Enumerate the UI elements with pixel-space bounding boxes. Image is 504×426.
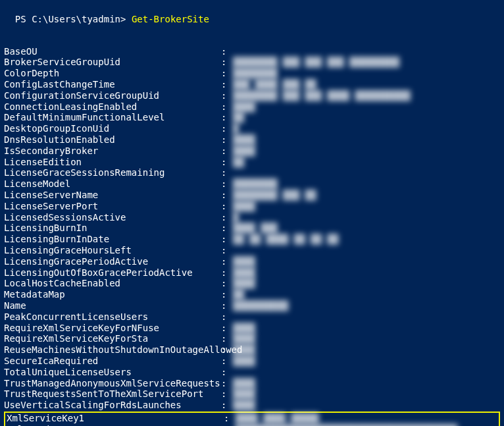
- property-colon: :: [221, 344, 233, 356]
- property-colon: :: [221, 378, 233, 389]
- property-colon: :: [221, 90, 233, 101]
- property-value: ████: [233, 323, 500, 334]
- property-colon: :: [221, 57, 233, 68]
- property-name: ConfigLastChangeTime: [4, 79, 221, 90]
- properties-list: BaseOU: BrokerServiceGroupUid: ████████ …: [4, 46, 500, 411]
- property-name: IsSecondaryBroker: [4, 146, 221, 157]
- property-name: LicenseServerPort: [4, 201, 221, 212]
- property-colon: :: [221, 134, 233, 146]
- property-colon: :: [221, 46, 233, 57]
- property-row: ConfigLastChangeTime: ███ ████ ███ ██: [4, 79, 500, 90]
- property-colon: :: [221, 323, 233, 334]
- property-name: MetadataMap: [4, 289, 221, 300]
- property-colon: :: [221, 79, 233, 90]
- property-colon: :: [221, 112, 233, 123]
- property-value: ████ ███: [233, 223, 500, 234]
- property-value: ████████: [233, 68, 500, 79]
- property-value: ███ ████ ███ ██: [233, 79, 500, 90]
- property-name: DnsResolutionEnabled: [4, 134, 221, 146]
- property-name: LicensingOutOfBoxGracePeriodActive: [4, 267, 221, 279]
- property-colon: :: [221, 146, 233, 157]
- property-colon: :: [221, 400, 233, 411]
- property-name: ConfigurationServiceGroupUid: [4, 90, 221, 101]
- property-value: ████: [233, 378, 500, 389]
- property-row: Name: ██████████: [4, 300, 500, 311]
- property-colon: :: [221, 333, 233, 344]
- property-colon: :: [221, 245, 233, 256]
- property-row: TrustRequestsSentToTheXmlServicePort: ██…: [4, 388, 500, 400]
- property-name: XmlServiceKey1: [7, 413, 224, 424]
- property-colon: :: [221, 300, 233, 311]
- property-colon: :: [221, 212, 233, 223]
- property-colon: :: [221, 190, 233, 201]
- prompt-line[interactable]: PS C:\Users\tyadmin> Get-BrokerSite: [4, 3, 500, 25]
- property-name: Name: [4, 300, 221, 311]
- property-name: TrustManagedAnonymousXmlServiceRequests: [4, 378, 221, 389]
- property-colon: :: [221, 68, 233, 79]
- property-row: DesktopGroupIconUid: █: [4, 123, 500, 134]
- prompt-command: Get-BrokerSite: [132, 14, 209, 24]
- property-name: LicenseServerName: [4, 190, 221, 201]
- prompt-arrow: >: [120, 14, 132, 24]
- property-name: ReuseMachinesWithoutShutdownInOutageAllo…: [4, 344, 221, 356]
- property-name: RequireXmlServiceKeyForNFuse: [4, 323, 221, 334]
- property-row: DefaultMinimumFunctionalLevel: ██: [4, 112, 500, 123]
- property-row: LicensingGraceHoursLeft:: [4, 245, 500, 256]
- property-row: LicenseModel: ████████: [4, 178, 500, 190]
- property-value: ████: [233, 356, 500, 367]
- property-colon: :: [221, 388, 233, 400]
- property-value: ████: [233, 256, 500, 267]
- property-row: PeakConcurrentLicenseUsers:: [4, 311, 500, 323]
- property-name: LocalHostCacheEnabled: [4, 278, 221, 289]
- prompt-path: C:\Users\tyadmin: [32, 14, 120, 24]
- property-row: BaseOU:: [4, 46, 500, 57]
- property-colon: :: [221, 157, 233, 168]
- property-name: LicenseModel: [4, 178, 221, 190]
- property-name: ConnectionLeasingEnabled: [4, 101, 221, 113]
- property-value: [233, 311, 500, 323]
- property-colon: :: [221, 223, 233, 234]
- property-name: TotalUniqueLicenseUsers: [4, 367, 221, 378]
- property-row: ConnectionLeasingEnabled: ████: [4, 101, 500, 113]
- property-row: TotalUniqueLicenseUsers:: [4, 367, 500, 378]
- property-colon: :: [221, 123, 233, 134]
- property-value: [233, 46, 500, 57]
- property-name: LicenseEdition: [4, 157, 221, 168]
- property-colon: :: [221, 367, 233, 378]
- property-value: ██: [233, 112, 500, 123]
- property-colon: :: [221, 101, 233, 113]
- property-colon: :: [221, 201, 233, 212]
- property-value: ██: [233, 289, 500, 300]
- property-value: [233, 367, 500, 378]
- property-value: ████: [233, 201, 500, 212]
- property-value: ████: [233, 400, 500, 411]
- property-row: ReuseMachinesWithoutShutdownInOutageAllo…: [4, 344, 500, 356]
- property-colon: :: [221, 289, 233, 300]
- property-colon: :: [221, 278, 233, 289]
- property-colon: :: [221, 256, 233, 267]
- property-name: BrokerServiceGroupUid: [4, 57, 221, 68]
- property-name: TrustRequestsSentToTheXmlServicePort: [4, 388, 221, 400]
- property-row: DnsResolutionEnabled: ████: [4, 134, 500, 146]
- property-name: LicensingGraceHoursLeft: [4, 245, 221, 256]
- property-row: ConfigurationServiceGroupUid: ████████ █…: [4, 90, 500, 101]
- property-colon: :: [221, 167, 233, 178]
- property-row: LicenseGraceSessionsRemaining:: [4, 167, 500, 178]
- property-name: LicensingGracePeriodActive: [4, 256, 221, 267]
- prompt-prefix: PS: [15, 14, 32, 24]
- property-row: LicensingGracePeriodActive: ████: [4, 256, 500, 267]
- property-value: ██: [233, 157, 500, 168]
- property-row: LicensedSessionsActive: █: [4, 212, 500, 223]
- property-name: DesktopGroupIconUid: [4, 123, 221, 134]
- property-value: ████ ████ █████: [236, 413, 499, 424]
- property-name: UseVerticalScalingForRdsLaunches: [4, 400, 221, 411]
- property-row: RequireXmlServiceKeyForSta: ████: [4, 333, 500, 344]
- command-output: BaseOU: BrokerServiceGroupUid: ████████ …: [4, 46, 500, 426]
- property-value: ██ ██ ████ ██ ██ ██: [233, 234, 500, 245]
- property-value: ████████ ███ ███ ████ ██████████: [233, 90, 500, 101]
- property-name: ColorDepth: [4, 68, 221, 79]
- property-name: LicensingBurnInDate: [4, 234, 221, 245]
- property-name: SecureIcaRequired: [4, 356, 221, 367]
- property-row: TrustManagedAnonymousXmlServiceRequests:…: [4, 378, 500, 389]
- property-row: LicenseEdition: ██: [4, 157, 500, 168]
